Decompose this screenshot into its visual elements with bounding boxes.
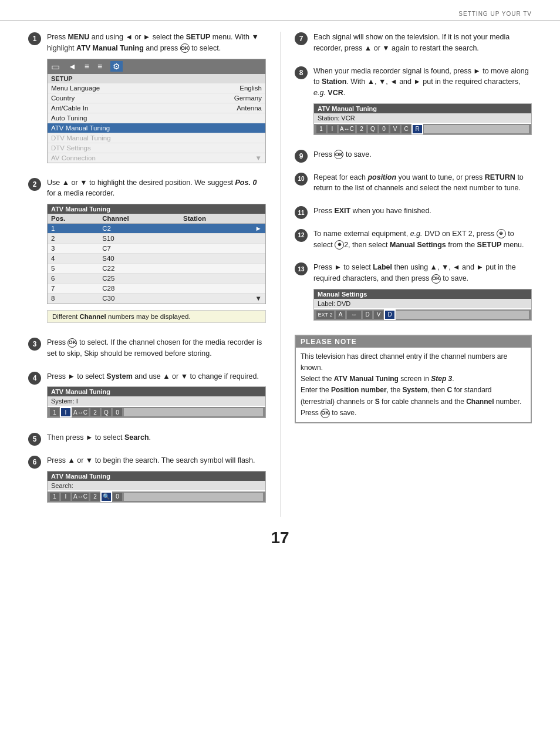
- label-bar: EXT 2 A ↔ D V D: [314, 309, 531, 320]
- step-10: 10 Repeat for each position you want to …: [295, 172, 532, 198]
- bar-cell-q-search: 🔍: [102, 493, 111, 501]
- bar-empty-station: [424, 125, 529, 133]
- setup-row-autotuning: Auto Tuning: [48, 113, 265, 123]
- atv-system-title: ATV Manual Tuning: [48, 387, 265, 396]
- col-channel: Channel: [99, 214, 180, 224]
- step-10-num: 10: [295, 173, 308, 186]
- please-note-box: PLEASE NOTE This television has direct c…: [295, 335, 532, 423]
- station-label: Station: VCR: [314, 113, 531, 123]
- step-3-text: Press OK to select. If the channel chose…: [47, 337, 266, 359]
- channel-note: Different Channel numbers may be display…: [47, 310, 266, 323]
- page-header: SETTING UP YOUR TV: [0, 0, 560, 21]
- step-13: 13 Press ► to select Label then using ▲,…: [295, 262, 532, 326]
- bar-cell-ac: A↔C: [72, 408, 89, 416]
- bar-cell-I: I: [61, 493, 70, 501]
- step-11: 11 Press EXIT when you have finished.: [295, 206, 532, 220]
- bar-cell-ac: A↔C: [72, 493, 89, 501]
- col-pos: Pos.: [48, 214, 99, 224]
- step-10-content: Repeat for each position you want to tun…: [313, 172, 532, 198]
- setup-body: SETUP Menu LanguageEnglish CountryGerman…: [48, 74, 265, 163]
- bar-cell-0: 0: [113, 493, 122, 501]
- sound-icon: ◄: [68, 62, 76, 71]
- system-bar: 1 I A↔C 2 Q 0: [48, 407, 265, 418]
- step-12-num: 12: [295, 229, 308, 242]
- bar-cell-0: 0: [113, 408, 122, 416]
- tuning-table: Pos. Channel Station 1C2► 2S10 3C7: [48, 214, 265, 304]
- step-6: 6 Press ▲ or ▼ to begin the search. The …: [28, 455, 266, 509]
- bar-cell-0: 0: [379, 125, 389, 133]
- step-7-content: Each signal will show on the television.…: [313, 32, 532, 58]
- bar-cell-2: 2: [90, 408, 100, 416]
- setup-row-dtvsettings: DTV Settings: [48, 143, 265, 153]
- please-note-title: PLEASE NOTE: [296, 336, 531, 348]
- bar-cell-1: 1: [316, 125, 326, 133]
- step-1: 1 Press MENU and using ◄ or ► select the…: [28, 32, 266, 169]
- bar-cell-ac: A↔C: [339, 125, 355, 133]
- step-4-text: Press ► to select System and use ▲ or ▼ …: [47, 371, 266, 382]
- right-column: 7 Each signal will show on the televisio…: [280, 32, 532, 517]
- setup-row-avconn: AV Connection▼: [48, 153, 265, 163]
- step-9: 9 Press OK to save.: [295, 149, 532, 164]
- label-dvd: Label: DVD: [314, 299, 531, 308]
- step-6-content: Press ▲ or ▼ to begin the search. The se…: [47, 455, 266, 509]
- step-9-content: Press OK to save.: [313, 149, 532, 164]
- atv-tuning-screen-2: ATV Manual Tuning Pos. Channel Station: [47, 204, 266, 304]
- page-number: 17: [0, 517, 560, 553]
- bar-cell-q: Q: [368, 125, 377, 133]
- step-11-content: Press EXIT when you have finished.: [313, 206, 532, 220]
- step-13-content: Press ► to select Label then using ▲, ▼,…: [313, 262, 532, 326]
- station-bar: 1 I A↔C 2 Q 0 V C R: [314, 124, 531, 134]
- bar-A: A: [336, 311, 345, 319]
- bar-cell-q: Q: [102, 408, 111, 416]
- bar-V2: V: [374, 311, 383, 319]
- step-8-text: When your media recorder signal is found…: [313, 66, 532, 99]
- step-13-text: Press ► to select Label then using ▲, ▼,…: [313, 262, 532, 284]
- please-note-body: This television has direct channel entry…: [296, 348, 531, 422]
- table-row: 5C22: [48, 264, 265, 274]
- setup-row-language: Menu LanguageEnglish: [48, 83, 265, 93]
- step-7-text: Each signal will show on the television.…: [313, 32, 532, 54]
- bar-cell-1: 1: [50, 493, 59, 501]
- step-6-num: 6: [28, 456, 41, 469]
- tuning-table-header: Pos. Channel Station: [48, 214, 265, 224]
- atv-search-title: ATV Manual Tuning: [48, 472, 265, 481]
- step-1-num: 1: [28, 32, 41, 45]
- step-1-text: Press MENU and using ◄ or ► select the S…: [47, 32, 266, 54]
- bar-D: D: [363, 311, 372, 319]
- bar-empty: [124, 408, 263, 416]
- system-label: System: I: [48, 396, 265, 406]
- step-1-content: Press MENU and using ◄ or ► select the S…: [47, 32, 266, 169]
- header-title: SETTING UP YOUR TV: [458, 11, 532, 17]
- step-6-text: Press ▲ or ▼ to begin the search. The se…: [47, 455, 266, 466]
- bar-cell-2: 2: [357, 125, 366, 133]
- setup-screen: ▭ ◄ ≡ ≡ ⚙ SETUP Menu LanguageEnglish Cou…: [47, 59, 266, 163]
- bar-arrow: ↔: [347, 311, 361, 319]
- step-9-num: 9: [295, 150, 308, 163]
- setup-row-atv: ATV Manual Tuning: [48, 123, 265, 133]
- bar-cell-I: I: [328, 125, 337, 133]
- atv-tuning-title-2: ATV Manual Tuning: [48, 204, 265, 214]
- step-7-num: 7: [295, 32, 308, 45]
- step-5-content: Then press ► to select Search.: [47, 432, 266, 447]
- step-8: 8 When your media recorder signal is fou…: [295, 66, 532, 141]
- step-8-content: When your media recorder signal is found…: [313, 66, 532, 141]
- main-content: 1 Press MENU and using ◄ or ► select the…: [0, 32, 560, 517]
- step-12-text: To name external equipment, e.g. DVD on …: [313, 228, 532, 251]
- bar-cell-R: R: [413, 125, 422, 133]
- col-station: Station: [180, 214, 252, 224]
- step-13-num: 13: [295, 262, 308, 275]
- search-label: Search:: [48, 481, 265, 490]
- step-11-text: Press EXIT when you have finished.: [313, 206, 532, 217]
- setup-row-country: CountryGermany: [48, 93, 265, 103]
- manual-settings-title: Manual Settings: [314, 289, 531, 299]
- table-row: 3C7: [48, 244, 265, 254]
- bar-cell-I: I: [61, 408, 70, 416]
- step-10-text: Repeat for each position you want to tun…: [313, 172, 532, 194]
- step-7: 7 Each signal will show on the televisio…: [295, 32, 532, 58]
- table-row: 4S40: [48, 254, 265, 264]
- atv-search-screen: ATV Manual Tuning Search: 1 I A↔C 2 🔍 0: [47, 471, 266, 503]
- table-row: 2S10: [48, 234, 265, 244]
- step-12: 12 To name external equipment, e.g. DVD …: [295, 228, 532, 254]
- step-2: 2 Use ▲ or ▼ to highlight the desired po…: [28, 177, 266, 329]
- bar-empty-label: [396, 311, 529, 319]
